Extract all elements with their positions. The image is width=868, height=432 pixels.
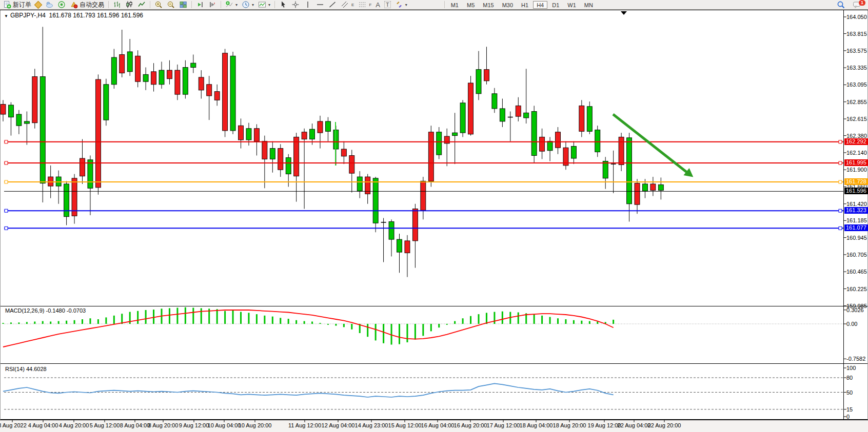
auto-scroll-button[interactable] <box>206 1 219 9</box>
template-button[interactable]: ▾ <box>256 1 272 9</box>
price-tick-161.185: 161.185 <box>846 217 867 223</box>
mt4-window: { "toolbar": { "new_order": "新订单", "auto… <box>0 0 868 432</box>
channel-sub-label: E <box>351 3 354 7</box>
fibo-sub-label: F <box>369 3 371 7</box>
timeframe-button-M15[interactable]: M15 <box>479 1 497 9</box>
signal-button[interactable] <box>55 1 68 9</box>
period-icon <box>242 1 250 9</box>
period-button[interactable]: ▾ <box>240 1 256 9</box>
shapes-tool-button[interactable]: ▾ <box>393 1 409 9</box>
chart-shift-button[interactable] <box>194 1 206 9</box>
price-tick-163.095: 163.095 <box>846 81 867 88</box>
indicators-button[interactable]: ▾ <box>223 1 240 9</box>
toolbar-separator <box>108 1 109 8</box>
zoom-in-button[interactable] <box>152 1 165 9</box>
price-tick-160.225: 160.225 <box>846 286 867 292</box>
symbol-collapse-icon[interactable]: ▼ <box>4 14 8 18</box>
dropdown-icon: ▾ <box>252 3 254 7</box>
zoom-out-button[interactable] <box>165 1 177 9</box>
new-order-icon <box>3 1 11 9</box>
trendline-tool-button[interactable] <box>326 1 339 9</box>
cloud-button[interactable] <box>43 1 55 9</box>
channel-tool-button[interactable]: E <box>339 1 356 9</box>
line-chart-icon <box>137 1 146 9</box>
label-tool-button[interactable]: T <box>382 1 393 9</box>
macd-signal-line <box>3 310 614 347</box>
time-tick: 15 Aug 12:00 <box>388 422 422 428</box>
fibonacci-icon <box>358 1 367 9</box>
trendline-icon <box>328 1 337 9</box>
rsi-label: RSI(14) 44.6028 <box>5 366 47 372</box>
rsi-tick-50: 50 <box>846 389 853 396</box>
search-icon <box>837 1 845 9</box>
cursor-tool-button[interactable] <box>277 1 289 9</box>
price-badge-161.728: 161.728 <box>844 178 868 185</box>
price-tick-164.050: 164.050 <box>846 14 867 20</box>
price-tick-160.945: 160.945 <box>846 235 867 241</box>
vertical-line-tool-button[interactable] <box>302 1 314 9</box>
auto-scroll-icon <box>208 1 216 9</box>
time-tick: 4 Aug 04:00 <box>28 422 58 428</box>
horizontal-line-tool-button[interactable] <box>314 1 326 9</box>
timeframe-button-D1[interactable]: D1 <box>548 1 563 9</box>
toolbar-right-group: 1 <box>835 1 867 9</box>
time-tick: 16 Aug 20:00 <box>454 422 487 428</box>
time-tick: 22 Aug 04:00 <box>618 422 651 428</box>
price-badge-162.292: 162.292 <box>844 138 868 145</box>
time-tick: 9 Aug 12:00 <box>179 422 209 428</box>
rsi-line <box>3 383 614 397</box>
price-tick-161.420: 161.420 <box>846 201 867 207</box>
symbol-label: GBPJPY-,H4 <box>10 12 46 19</box>
timeframe-button-M5[interactable]: M5 <box>463 1 478 9</box>
search-button[interactable] <box>835 1 847 9</box>
toolbar-separator <box>150 1 150 8</box>
timeframe-button-H1[interactable]: H1 <box>518 1 532 9</box>
macd-label: MACD(12,26,9) -0.1480 -0.0703 <box>5 307 86 314</box>
time-tick: 10 Aug 20:00 <box>239 422 272 428</box>
text-tool-button[interactable]: A <box>373 1 382 9</box>
price-tick-162.140: 162.140 <box>846 150 867 156</box>
time-tick: 8 Aug 04:00 <box>120 422 150 428</box>
line-chart-button[interactable] <box>135 1 148 9</box>
timeframe-button-W1[interactable]: W1 <box>564 1 580 9</box>
new-order-button[interactable]: 新订单 <box>1 1 33 9</box>
price-tick-163.575: 163.575 <box>846 48 867 54</box>
zoom-in-icon <box>154 1 163 9</box>
price-tick-163.335: 163.335 <box>846 65 867 71</box>
price-tick-162.615: 162.615 <box>846 116 867 122</box>
time-tick: 22 Aug 20:00 <box>648 422 681 428</box>
toolbar-separator <box>274 1 275 8</box>
time-tick: 12 Aug 04:00 <box>322 422 355 428</box>
dropdown-icon: ▾ <box>405 3 407 7</box>
auto-trading-button[interactable]: 自动交易 <box>68 1 106 9</box>
candlestick-button[interactable] <box>123 1 135 9</box>
price-badge-161.596: 161.596 <box>844 188 868 194</box>
shapes-icon <box>395 1 403 9</box>
cursor-icon <box>279 1 287 9</box>
styler-button[interactable] <box>33 1 43 9</box>
price-tick-160.465: 160.465 <box>846 269 867 275</box>
rsi-tick-100: 100 <box>846 365 856 371</box>
dropdown-icon: ▾ <box>268 3 270 7</box>
rsi-tick-15: 15 <box>846 406 853 413</box>
tile-windows-button[interactable] <box>177 1 189 9</box>
fibonacci-tool-button[interactable]: F <box>356 1 373 9</box>
timeframe-button-M30[interactable]: M30 <box>499 1 517 9</box>
price-badge-161.077: 161.077 <box>844 224 868 231</box>
bar-chart-button[interactable] <box>111 1 123 9</box>
timeframe-button-H4[interactable]: H4 <box>533 1 547 9</box>
chat-button[interactable]: 1 <box>851 1 864 9</box>
chart-surface[interactable] <box>4 10 843 306</box>
crosshair-tool-button[interactable] <box>289 1 302 9</box>
signal-icon <box>57 1 66 9</box>
time-tick: 3 Aug 2022 <box>0 422 27 428</box>
price-tick-162.380: 162.380 <box>846 133 867 139</box>
time-tick: 11 Aug 12:00 <box>288 422 321 428</box>
auto-trading-label: 自动交易 <box>80 1 104 9</box>
macd-tick--0.7582: -0.7582 <box>846 356 865 362</box>
timeframe-button-M1[interactable]: M1 <box>447 1 462 9</box>
macd-tick-0.3026: 0.3026 <box>846 307 864 313</box>
timeframe-button-MN[interactable]: MN <box>581 1 597 9</box>
time-tick: 17 Aug 12:00 <box>487 422 520 428</box>
time-tick: 8 Aug 20:00 <box>148 422 179 428</box>
